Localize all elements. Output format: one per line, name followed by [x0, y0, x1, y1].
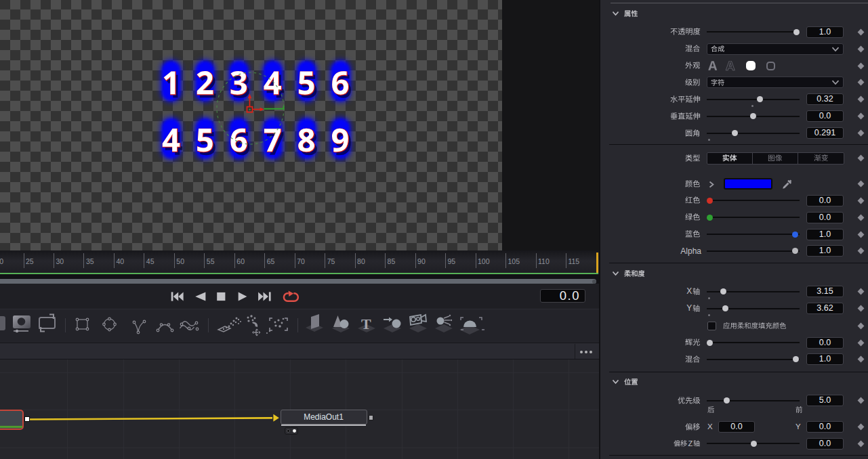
svg-text:T: T	[361, 315, 371, 332]
